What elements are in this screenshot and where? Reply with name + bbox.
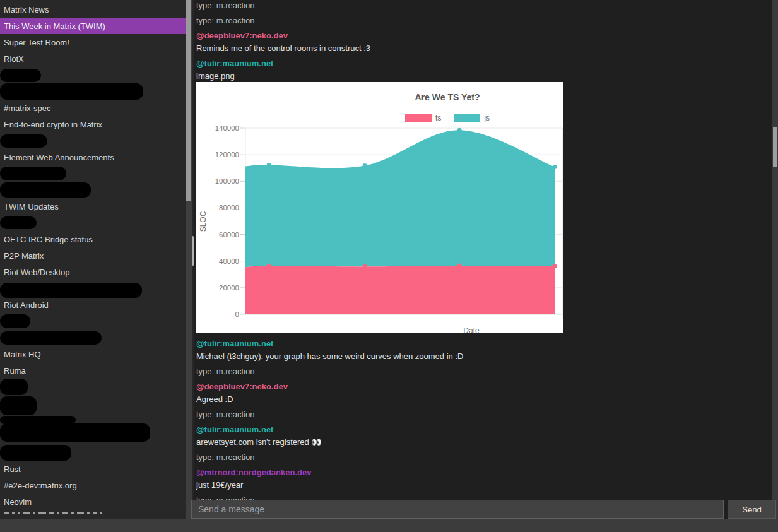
room-item[interactable]: End-to-end crypto in Matrix <box>0 116 186 133</box>
redaction-blob <box>0 134 47 148</box>
redaction-blob <box>0 69 41 82</box>
message-text: Michael (t3chguy): your graph has some w… <box>196 352 772 361</box>
redaction-blob <box>0 83 143 100</box>
clipped-text-fragment <box>93 512 97 514</box>
event-line: type: m.reaction <box>196 367 772 376</box>
event-line: type: m.reaction <box>196 410 772 419</box>
room-item[interactable]: Matrix News <box>0 1 186 18</box>
svg-text:80000: 80000 <box>219 204 239 211</box>
clipped-text-fragment <box>12 512 15 514</box>
room-item[interactable]: Rust <box>0 461 186 477</box>
clipped-text-fragment <box>87 512 90 514</box>
room-item[interactable]: Element Web Announcements <box>0 149 186 165</box>
send-button[interactable]: Send <box>728 500 776 519</box>
room-item-redacted[interactable] <box>0 280 186 297</box>
room-item-redacted[interactable] <box>0 67 186 83</box>
message-text: arewetsyet.com isn't registered 👀 <box>196 437 772 447</box>
room-item-redacted[interactable] <box>0 329 186 346</box>
room-item[interactable]: Super Test Room! <box>0 34 186 50</box>
chart-plot-area: 020000400006000080000100000120000140000 <box>196 82 563 333</box>
sidebar-scrollbar-track[interactable] <box>186 0 192 519</box>
room-item[interactable]: P2P Matrix <box>0 247 186 264</box>
room-item[interactable]: Riot Web/Desktop <box>0 264 186 280</box>
room-item[interactable]: OFTC IRC Bridge status <box>0 231 186 247</box>
clipped-text-fragment <box>49 512 54 514</box>
message-sender[interactable]: @mtrnord:nordgedanken.dev <box>196 468 772 477</box>
room-item[interactable]: #e2e-dev:matrix.org <box>0 477 186 494</box>
room-item-redacted[interactable] <box>0 379 186 395</box>
clipped-text-fragment <box>62 512 68 514</box>
redaction-blob <box>0 396 37 415</box>
message-input[interactable] <box>191 500 724 519</box>
message-sender[interactable]: @deepbluev7:neko.dev <box>196 382 772 391</box>
redaction-blob <box>0 216 37 229</box>
message-text: Reminds me of the control rooms in const… <box>196 44 772 53</box>
room-item[interactable]: Matrix HQ <box>0 346 186 362</box>
redaction-blob <box>0 379 28 395</box>
clipped-text-fragment <box>33 512 35 514</box>
app-root: Matrix NewsThis Week in Matrix (TWIM)Sup… <box>0 0 778 532</box>
room-item-redacted[interactable] <box>0 444 186 461</box>
clipped-text-fragment <box>71 512 74 514</box>
redaction-blob <box>0 283 142 298</box>
room-item-redacted[interactable] <box>0 182 186 198</box>
redaction-blob <box>0 167 66 180</box>
message-timeline: type: m.reactiontype: m.reaction@deepblu… <box>194 0 772 519</box>
clipped-text-fragment <box>57 512 59 514</box>
room-item-clipped[interactable] <box>0 510 186 519</box>
chart-image-attachment[interactable]: Are We TS Yet? ts js SLOC Date 020000400… <box>196 82 563 333</box>
svg-text:100000: 100000 <box>215 177 239 185</box>
message-sender[interactable]: @deepbluev7:neko.dev <box>196 31 772 40</box>
timeline-scrollbar-thumb[interactable] <box>773 127 777 167</box>
event-line: type: m.reaction <box>196 16 772 25</box>
room-item-redacted[interactable] <box>0 215 186 231</box>
room-item[interactable]: RiotX <box>0 50 186 67</box>
room-item[interactable]: #matrix-spec <box>0 100 186 116</box>
svg-text:140000: 140000 <box>215 124 239 132</box>
message-sender[interactable]: @tulir:maunium.net <box>196 339 772 348</box>
room-item-redacted[interactable] <box>0 133 186 149</box>
clipped-text-fragment <box>18 512 20 514</box>
redaction-blob <box>0 423 150 442</box>
svg-text:60000: 60000 <box>219 231 239 239</box>
clipped-text-fragment <box>100 512 102 514</box>
room-item-redacted[interactable] <box>0 428 186 444</box>
message-sender[interactable]: @tulir:maunium.net <box>196 425 772 434</box>
event-line: type: m.reaction <box>196 452 772 462</box>
redaction-blob <box>0 314 30 328</box>
clipped-text-fragment <box>77 512 84 514</box>
message-text: Agreed :D <box>196 394 772 404</box>
svg-text:20000: 20000 <box>219 284 239 292</box>
clipped-text-fragment <box>38 512 46 514</box>
event-line: type: m.reaction <box>196 1 772 10</box>
room-item-redacted[interactable] <box>0 395 186 411</box>
timeline-scrollbar-track[interactable] <box>772 0 778 519</box>
svg-text:40000: 40000 <box>219 257 239 265</box>
room-item[interactable]: Riot Android <box>0 297 186 313</box>
message-text: image.png <box>196 71 772 81</box>
message-text: just 19€/year <box>196 480 772 490</box>
sidebar-scrollbar-thumb[interactable] <box>186 0 191 201</box>
svg-text:0: 0 <box>235 310 239 318</box>
room-item-redacted[interactable] <box>0 165 186 182</box>
redaction-blob <box>0 331 102 345</box>
svg-text:120000: 120000 <box>215 151 239 158</box>
room-item[interactable]: Neovim <box>0 494 186 510</box>
room-list: Matrix NewsThis Week in Matrix (TWIM)Sup… <box>0 0 186 519</box>
redaction-blob <box>0 445 71 461</box>
redaction-blob <box>0 416 76 424</box>
room-item-selected[interactable]: This Week in Matrix (TWIM) <box>0 18 186 34</box>
bottom-strip <box>0 519 778 532</box>
message-sender[interactable]: @tulir:maunium.net <box>196 59 772 68</box>
room-item-redacted[interactable] <box>0 83 186 100</box>
redaction-blob <box>0 182 91 198</box>
room-item[interactable]: TWIM Updates <box>0 198 186 215</box>
clipped-text-fragment <box>4 512 9 514</box>
room-item[interactable]: Ruma <box>0 362 186 379</box>
clipped-text-fragment <box>23 512 30 514</box>
room-item-redacted[interactable] <box>0 313 186 329</box>
